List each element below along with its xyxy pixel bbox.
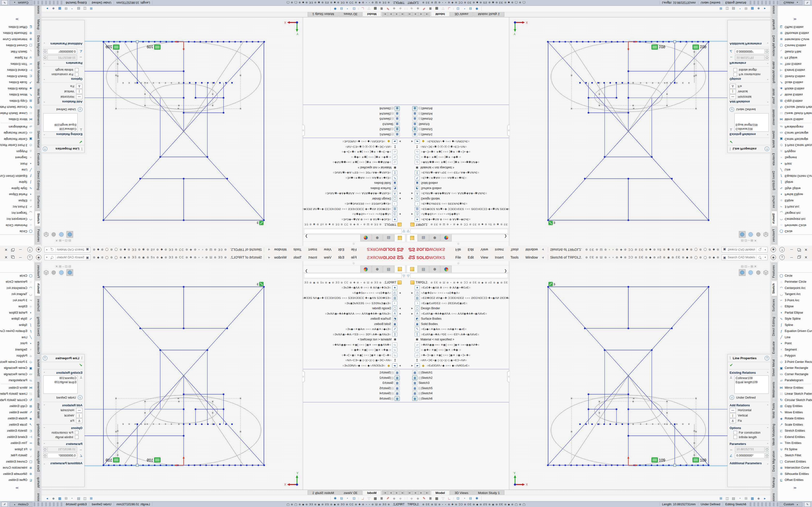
tree-item[interactable]: ✎○Єƨ◆∩✳◉Аm ○∘○ mА◉✳∩◆ƨЄ○ [303,327,406,332]
tree-item[interactable]: ◔○Єƨ◉ЄƨИƐЄƧ ○∘○ ƧЄƐИƨЄ◉ƨЄ○ [406,300,509,306]
tree-item[interactable]: ✱Material < not specified > [406,165,509,170]
spinner-buttons[interactable]: ▲▼ [765,49,769,54]
tree-item[interactable]: ▶▰◆○ЄƨƐЄИΛ∩◆ ○∘○ ◆∩ΛИЄƐƨЄ○ [303,139,406,145]
parameters-header[interactable]: Parameters ⌃ [728,61,771,65]
options-header[interactable]: Options ⌃ [728,77,771,81]
tool-segment[interactable]: ▫Segment [0,155,34,161]
toolbar-icon[interactable]: ⊟ [743,496,749,500]
tree-item[interactable]: ▤○ЄƧ✚ƐЄƧ ИΛ◉∘✚ ƆƆƐЄΛƐЄƧ ○∘○ ƧЄƐΛЄƐƆƆ ✚∘◉… [303,207,406,212]
tool-centerpoint-arc[interactable]: ◠Centerpoint Arc [778,285,812,291]
collapse-icon[interactable]: ⌃ [43,443,45,445]
tool-tangent-arc[interactable]: ◡Tangent Arc [0,210,34,216]
command-tab-evaluate[interactable]: Evaluate [35,151,41,168]
tool-equation-driven-curve[interactable]: ƒEquation Driven Curve [0,328,34,334]
add-relation-vertical[interactable]: |Vertical [41,89,84,94]
toolbar-icon[interactable]: ✱ [332,7,338,11]
document-window-controls[interactable]: ⊟ ⊡ ‒ ⊞ ✕ [55,265,71,268]
tree-item[interactable]: TЯPDL2.⊚ ƐЄ ⊚ Ш ⊚ ∘ ⊚ ✚ ⊚ ƆƆ ⊚ ƐЄ ⊚ ◆ ⊚ … [303,222,406,227]
command-tab-direct-editing[interactable]: Direct Editing [35,169,41,193]
search-dropdown-icon[interactable]: ▼ [45,248,49,251]
account-icon[interactable]: ◉ [771,255,776,260]
add-relations-header[interactable]: Add Relations ⌃ [41,100,84,104]
tree-item[interactable]: ▱○✚ИΛ◉◉∘+○ ✳◉[ ○∘○ ]◉✳ ○+∘◉◉ΛИ✚○ [406,160,509,165]
add-relations-header[interactable]: Add Relations ⌃ [728,100,771,104]
filter-input[interactable] [410,229,508,234]
tool-copy-entities[interactable]: ⊞Copy Entities [778,98,812,104]
tool-point[interactable]: ▪Point [0,161,34,167]
parameter-field[interactable]: 10.88152731 [735,55,765,60]
command-tab-sketch[interactable]: Sketch [771,211,777,226]
command-tab-weldments[interactable]: Weldments [35,379,41,400]
tree-item[interactable]: ▶A○ЄƨИΛ◉∘✚А✚◉ИΛА ○∘○ АΛИ◉✚А✚∘◉ΛИƨЄ○ [406,311,509,316]
tab-scroll-button[interactable]: ▶| [382,490,388,495]
tab-scroll-button[interactable]: ▶ [418,12,424,17]
tree-item[interactable]: ▤○ЄƧ✚ƐЄƧ ИΛ◉∘✚ ƆƆƐЄΛƐЄƧ ○∘○ ƧЄƐΛЄƐƆƆ ✚∘◉… [303,295,406,301]
toolbar-icon[interactable]: ⊟ [63,496,69,500]
fix-icon[interactable]: ⚓ [729,418,736,423]
account-icon[interactable]: ◉ [36,255,41,260]
tree-item[interactable]: ▶◷○Λ◉✚Ƨƨ∘⌐ ○∘○ ⌐∘ƨƧ✚◉Λ○ [303,290,406,295]
tree-item[interactable]: ↥○ИΛ∘ƆЄ∘◉ (○)(∘)(○) ◉∘ЄƆ∘ΛИ○ [303,144,406,150]
tab-motion-study-1[interactable]: Motion Study 1 [308,12,339,17]
expand-icon[interactable]: ⌄ [767,43,769,45]
tree-item-sketch4[interactable]: ▦(-) Sketch4 [303,111,406,116]
document-window-controls[interactable]: ⊟ ⊡ ‒ ⊞ ✕ [55,239,71,242]
tree-item[interactable]: ▱○·◉✚○ ✳◉[ ○∘○ ]◉✳ ○✚◉·○ [303,347,406,353]
tree-item[interactable]: ✎○Єƨ◆∩✳◉Аm ○∘○ mА◉✳∩◆ƨЄ○ [406,327,509,332]
tree-item[interactable]: ▶▰◆○ЄƨƐЄИΛ∩◆ ○∘○ ◆∩ΛИЄƐƨЄ○ [406,363,509,368]
option-infinite-length[interactable]: Infinite length [728,435,771,439]
menu-window[interactable]: Window [522,254,541,261]
command-tab-sketch[interactable]: Sketch [771,281,777,296]
tool-polygon[interactable]: ⌂Polygon [778,353,812,359]
tool-point[interactable]: ▪Point [0,340,34,347]
toolbar-icon[interactable]: ◈ [50,496,57,500]
toolbar-icon[interactable]: ◔ [345,7,351,11]
expand-panel-icon[interactable]: ❯ [305,269,308,273]
rollback-bar[interactable] [303,402,406,402]
command-tab-evaluate[interactable]: Evaluate [771,339,777,356]
command-tab-direct-editing[interactable]: Direct Editing [771,314,777,338]
command-tab-markup[interactable]: Markup [771,475,777,490]
horizontal-icon[interactable]: — [76,95,83,99]
command-tab-data-migration[interactable]: Data Migration [771,448,777,474]
tool-copy-entities[interactable]: ⊞Copy Entities [0,98,34,104]
tree-item[interactable]: TЯPDL2.⊚ ƐЄ ⊚ Ш ⊚ ∘ ⊚ ✚ ⊚ ƆƆ ⊚ ƐЄ ⊚ ◆ ⊚ … [406,280,509,285]
tool-ellipse[interactable]: ○Ellipse [0,303,34,310]
options-header[interactable]: Options ⌃ [41,77,84,81]
tree-item[interactable]: ✱Material < not specified > [303,165,406,170]
spin-down-icon[interactable]: ▼ [765,456,769,458]
corner-relation-badge[interactable]: 3 [257,282,263,286]
tool-stretch-entities[interactable]: ⊏Stretch Entities [778,73,812,79]
tool-equation-driven-curve[interactable]: ƒEquation Driven Curve [0,173,34,179]
tool-rotate-entities[interactable]: ◈Rotate Entities [778,415,812,422]
document-window-controls[interactable]: ⊟ ⊡ ‒ ⊞ ✕ [741,239,757,242]
tool-3-point-arc[interactable]: ⌐3 Point Arc [0,204,34,210]
parameter-field[interactable]: 10.88152731 [47,447,77,452]
toolbar-icon[interactable]: ∟ [446,496,452,500]
tool-move-entities[interactable]: ↖Move Entities [778,409,812,415]
command-tab-features[interactable]: Features [771,263,777,280]
toolbar-icon[interactable]: ∟ [446,7,452,11]
splitter-dot-icon[interactable] [353,263,355,264]
spin-down-icon[interactable]: ▼ [43,49,47,51]
tree-item[interactable]: ◔○Єƨ◉ЄƨИƐЄƧ ○∘○ ƧЄƐИƨЄ◉ƨЄ○ [303,300,406,306]
command-tab-weldments[interactable]: Weldments [35,107,41,128]
tab-propertymanager[interactable]: ▤ [418,234,429,241]
menu-file[interactable]: File [348,246,360,253]
vertical-icon[interactable]: | [729,413,736,418]
existing-relations-header[interactable]: Existing Relations ⌃ [41,370,84,375]
view-heads-up-icons[interactable] [739,231,768,237]
tab-3d-views[interactable]: 3D Views [339,12,362,17]
tool-ellipse[interactable]: ○Ellipse [0,198,34,204]
tool-move-entities[interactable]: ↖Move Entities [778,92,812,98]
tool-line[interactable]: ╱Line [778,334,812,340]
search-input[interactable] [56,256,85,259]
tab-scroll-button[interactable]: ▶| [382,12,388,17]
tool-trim-entities[interactable]: ✂Trim Entities [778,440,812,446]
tree-item-sketch1[interactable]: ▦(-) Sketch1 [303,370,406,376]
tool-copy-entities[interactable]: ⊞Copy Entities [0,403,34,409]
toolbar-icon[interactable]: ◈ [50,7,57,11]
tree-item[interactable]: ▶A○ЄƨИΛ◉∘✚А✚◉ИΛА ○∘○ АΛИ◉✚А✚∘◉ΛИƨЄ○ [303,191,406,196]
tool-fit-spline[interactable]: ∪Fit Spline [778,446,812,452]
account-icon[interactable]: ◉ [771,247,776,252]
